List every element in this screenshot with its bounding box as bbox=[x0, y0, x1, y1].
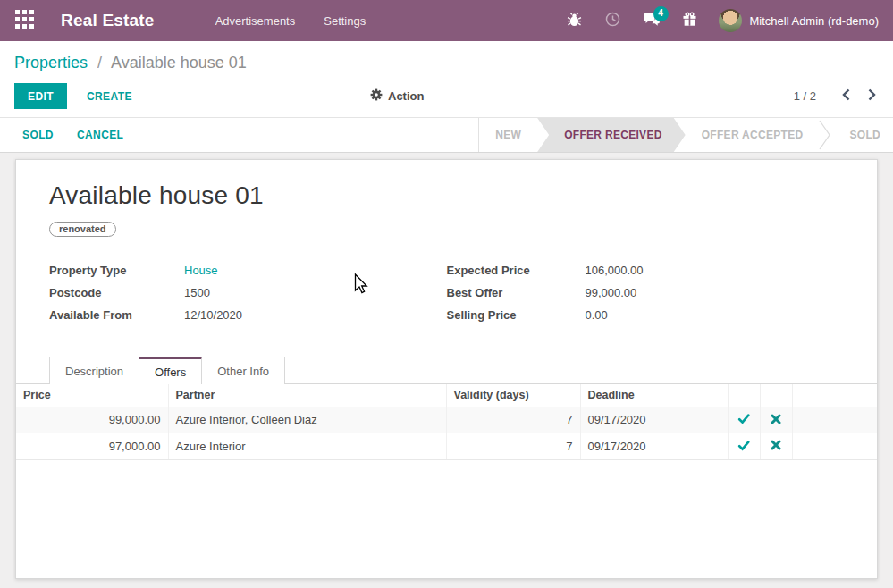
top-navbar: Real Estate Advertisements Settings bbox=[0, 0, 893, 41]
pager: 1 / 2 bbox=[794, 87, 879, 105]
offer-2-price[interactable]: 97,000.00 bbox=[16, 433, 168, 460]
pager-value: 1 / 2 bbox=[794, 89, 816, 103]
edit-button[interactable]: EDIT bbox=[14, 83, 67, 109]
user-menu[interactable]: Mitchell Admin (rd-demo) bbox=[719, 9, 880, 32]
app-brand[interactable]: Real Estate bbox=[61, 11, 155, 30]
times-icon bbox=[771, 414, 781, 427]
activities-button[interactable] bbox=[598, 5, 628, 36]
form-sheet: Available house 01 renovated Property Ty… bbox=[15, 159, 878, 579]
best-offer-label: Best Offer bbox=[447, 285, 586, 301]
tag-renovated[interactable]: renovated bbox=[49, 222, 116, 237]
apps-grid-icon bbox=[15, 10, 34, 31]
step-offer-accepted[interactable]: OFFER ACCEPTED bbox=[686, 118, 820, 152]
cancel-button[interactable]: CANCEL bbox=[77, 129, 123, 141]
expected-price-value: 106,000.00 bbox=[586, 263, 644, 279]
step-sold[interactable]: SOLD bbox=[833, 118, 893, 152]
rewards-button[interactable] bbox=[675, 5, 705, 36]
field-group: Property Type House Postcode 1500 Availa… bbox=[49, 263, 844, 330]
offer-row-2[interactable]: 97,000.00 Azure Interior 7 09/17/2020 bbox=[16, 433, 877, 460]
tab-description[interactable]: Description bbox=[49, 357, 139, 384]
offer-1-refuse-button[interactable] bbox=[771, 414, 781, 427]
offer-2-validity[interactable]: 7 bbox=[446, 433, 580, 460]
menu-settings[interactable]: Settings bbox=[313, 9, 376, 33]
offer-1-partner[interactable]: Azure Interior, Colleen Diaz bbox=[168, 407, 446, 433]
best-offer-value: 99,000.00 bbox=[586, 285, 637, 301]
property-type-label: Property Type bbox=[49, 263, 184, 279]
check-icon bbox=[737, 413, 750, 427]
selling-price-value: 0.00 bbox=[586, 307, 608, 323]
notebook-tabs: Description Offers Other Info bbox=[16, 357, 877, 384]
control-panel: Properties / Available house 01 EDIT CRE… bbox=[0, 41, 893, 117]
check-icon bbox=[737, 440, 750, 454]
available-from-label: Available From bbox=[49, 307, 184, 323]
column-deadline[interactable]: Deadline bbox=[580, 384, 728, 407]
breadcrumb-current: Available house 01 bbox=[111, 54, 247, 71]
messages-button[interactable]: 4 bbox=[636, 5, 667, 36]
step-separator bbox=[819, 118, 833, 152]
statusbar-buttons: SOLD CANCEL bbox=[22, 118, 123, 152]
offers-table: Price Partner Validity (days) Deadline 9… bbox=[16, 384, 877, 460]
menu-advertisements[interactable]: Advertisements bbox=[205, 9, 307, 33]
column-partner[interactable]: Partner bbox=[168, 384, 446, 407]
offer-2-deadline[interactable]: 09/17/2020 bbox=[580, 433, 728, 460]
breadcrumb-properties-link[interactable]: Properties bbox=[14, 54, 88, 71]
column-validity[interactable]: Validity (days) bbox=[446, 384, 580, 407]
statusbar-steps: NEW OFFER RECEIVED OFFER ACCEPTED SOLD bbox=[478, 118, 893, 152]
offer-1-validity[interactable]: 7 bbox=[446, 407, 580, 433]
property-title: Available house 01 bbox=[49, 181, 844, 210]
chevron-right-icon bbox=[867, 88, 877, 104]
sold-button[interactable]: SOLD bbox=[22, 129, 54, 141]
breadcrumb-separator: / bbox=[97, 54, 102, 71]
offer-1-price[interactable]: 99,000.00 bbox=[16, 407, 168, 433]
nav-menus: Advertisements Settings bbox=[205, 9, 377, 33]
offer-2-partner[interactable]: Azure Interior bbox=[168, 433, 446, 460]
expected-price-label: Expected Price bbox=[447, 263, 586, 279]
postcode-value: 1500 bbox=[184, 285, 210, 301]
offers-header-row: Price Partner Validity (days) Deadline bbox=[16, 384, 877, 407]
messages-count-badge: 4 bbox=[653, 6, 669, 21]
form-statusbar: SOLD CANCEL NEW OFFER RECEIVED OFFER ACC… bbox=[0, 117, 893, 153]
selling-price-label: Selling Price bbox=[447, 307, 586, 323]
activity-clock-icon bbox=[605, 12, 620, 29]
action-menu-button[interactable]: Action bbox=[370, 88, 424, 104]
control-panel-buttons: EDIT CREATE 1 / 2 bbox=[14, 83, 879, 109]
tab-offers[interactable]: Offers bbox=[139, 357, 202, 384]
offer-1-accept-button[interactable] bbox=[737, 413, 750, 427]
systray: 4 Mitchell Admin (rd-demo) bbox=[560, 5, 880, 36]
property-type-value[interactable]: House bbox=[184, 263, 218, 279]
apps-menu-button[interactable] bbox=[13, 9, 36, 32]
available-from-value: 12/10/2020 bbox=[184, 307, 242, 323]
offer-2-accept-button[interactable] bbox=[737, 440, 750, 454]
form-view: Available house 01 renovated Property Ty… bbox=[0, 153, 893, 579]
offer-1-deadline[interactable]: 09/17/2020 bbox=[580, 407, 728, 433]
postcode-label: Postcode bbox=[49, 285, 184, 301]
pager-previous-button[interactable] bbox=[839, 87, 853, 105]
column-price[interactable]: Price bbox=[16, 384, 168, 407]
pager-next-button[interactable] bbox=[865, 87, 879, 105]
offer-2-refuse-button[interactable] bbox=[771, 440, 781, 453]
step-offer-received[interactable]: OFFER RECEIVED bbox=[537, 118, 686, 152]
chevron-left-icon bbox=[841, 88, 851, 104]
user-name: Mitchell Admin (rd-demo) bbox=[750, 14, 880, 28]
breadcrumb: Properties / Available house 01 bbox=[14, 51, 879, 74]
tab-other-info[interactable]: Other Info bbox=[201, 357, 285, 384]
create-button[interactable]: CREATE bbox=[80, 90, 139, 103]
bug-icon bbox=[567, 12, 582, 29]
action-label: Action bbox=[388, 89, 424, 103]
debug-menu-button[interactable] bbox=[560, 5, 590, 36]
user-avatar bbox=[719, 9, 742, 32]
gift-icon bbox=[682, 12, 697, 29]
step-new[interactable]: NEW bbox=[479, 118, 537, 152]
gear-icon bbox=[370, 88, 383, 104]
times-icon bbox=[771, 440, 781, 453]
offer-row-1[interactable]: 99,000.00 Azure Interior, Colleen Diaz 7… bbox=[16, 407, 877, 433]
